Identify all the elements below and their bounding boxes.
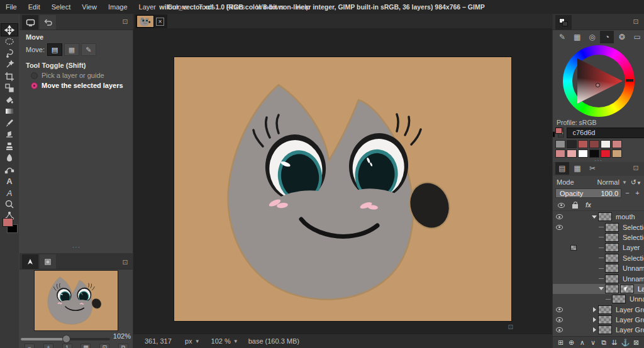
layer-thumbnail[interactable] xyxy=(598,325,612,334)
zoom-fit-window-button[interactable]: ⊡ xyxy=(99,344,109,348)
tab-paths[interactable]: ✂ xyxy=(586,162,599,175)
expander-icon[interactable] xyxy=(599,287,604,290)
navigation-menu-icon[interactable]: ⊡ xyxy=(121,258,130,266)
move-layer-button[interactable]: ▤ xyxy=(47,43,62,56)
expander-icon[interactable] xyxy=(593,307,596,312)
tab-channels[interactable]: ▦ xyxy=(570,162,584,175)
tool-zoom[interactable] xyxy=(1,198,18,210)
expander-icon[interactable] xyxy=(593,327,596,332)
visibility-eye-icon[interactable] xyxy=(556,214,563,219)
tool-paths[interactable] xyxy=(1,163,18,175)
color-marker[interactable] xyxy=(596,83,600,87)
menu-image[interactable]: Image xyxy=(103,0,133,14)
tab-gimp[interactable]: ✎ xyxy=(555,31,569,43)
opacity-slider[interactable]: Opacity 100.0 xyxy=(555,188,621,198)
color-swatch[interactable] xyxy=(612,140,622,148)
layer-row-mouth[interactable]: mouth xyxy=(553,212,644,222)
tool-unified-transform[interactable] xyxy=(1,82,18,94)
visibility-eye-icon[interactable] xyxy=(556,307,563,312)
layer-row-selection-copy[interactable]: Selection copy xyxy=(553,232,644,242)
layer-row-unnamed-[interactable]: Unnamed # xyxy=(553,294,644,304)
tool-bucket-fill[interactable] xyxy=(1,94,18,106)
new-group-button[interactable]: ⊕ xyxy=(567,338,576,347)
menu-edit[interactable]: Edit xyxy=(23,0,46,14)
move-selection-button[interactable]: ▦ xyxy=(64,43,79,56)
tool-options-tab[interactable] xyxy=(22,15,38,30)
navigation-preview[interactable] xyxy=(35,271,118,330)
zoom-dropdown[interactable]: 102 %▼ xyxy=(208,336,242,346)
tool-shear[interactable]: A xyxy=(1,187,18,198)
layer-thumbnail[interactable] xyxy=(605,275,619,283)
layer-row-selection[interactable]: Selection xyxy=(553,253,644,263)
opacity-increase-button[interactable]: + xyxy=(633,189,641,197)
expander-icon[interactable] xyxy=(593,317,596,322)
tool-options-menu-icon[interactable]: ⊡ xyxy=(121,18,130,26)
layer-row-selection-copy[interactable]: Selection copy xyxy=(553,222,644,232)
effects-icon[interactable]: fx xyxy=(586,202,591,209)
opacity-decrease-button[interactable]: − xyxy=(623,189,631,197)
layer-row-layer-group-7[interactable]: Layer Group #7 xyxy=(553,325,644,335)
color-swatch[interactable] xyxy=(578,140,588,148)
new-layer-button[interactable]: ⊞ xyxy=(556,338,565,347)
layer-thumbnail[interactable] xyxy=(598,212,612,221)
color-swatch[interactable] xyxy=(567,140,577,148)
tab-wheel[interactable]: ◔ xyxy=(600,31,614,43)
canvas-navigation-icon[interactable]: ⊡ xyxy=(508,324,513,330)
colors-dock-menu-icon[interactable]: ⊡ xyxy=(631,18,640,26)
zoom-out-button[interactable]: − xyxy=(25,344,35,348)
zoom-in-button[interactable]: + xyxy=(43,344,53,348)
menu-filters[interactable]: Filters xyxy=(221,0,251,14)
canvas-viewport[interactable]: ⊡ xyxy=(133,28,552,334)
tab-layers[interactable]: ▤ xyxy=(555,162,569,175)
layer-thumbnail[interactable] xyxy=(598,315,612,324)
layer-thumbnail[interactable] xyxy=(605,264,619,273)
visibility-eye-icon[interactable] xyxy=(558,203,565,208)
display-filters-tab[interactable] xyxy=(40,254,56,269)
layer-thumbnail[interactable] xyxy=(598,305,612,314)
shrink-wrap-button[interactable]: ⧉ xyxy=(118,344,128,348)
tool-free-select[interactable] xyxy=(1,47,18,59)
image-tab-close-icon[interactable]: ✕ xyxy=(156,18,164,26)
tool-paintbrush[interactable] xyxy=(1,117,18,129)
foreground-color-swatch[interactable] xyxy=(3,218,13,227)
duplicate-layer-button[interactable]: ⧉ xyxy=(599,338,609,347)
mode-dropdown[interactable]: Normal ▼ xyxy=(597,178,626,186)
menu-tools[interactable]: Tools xyxy=(193,0,221,14)
canvas-image[interactable] xyxy=(174,57,511,321)
tool-fuzzy-select[interactable] xyxy=(1,59,18,71)
unit-dropdown[interactable]: px▼ xyxy=(181,336,204,346)
layer-thumbnail[interactable] xyxy=(612,295,626,303)
radio-move-selected[interactable]: Move the selected layers xyxy=(31,82,123,89)
raise-layer-button[interactable]: ∧ xyxy=(577,338,587,347)
tool-ellipse-select[interactable] xyxy=(1,36,18,48)
slider-thumb[interactable] xyxy=(62,335,70,343)
visibility-eye-icon[interactable] xyxy=(556,225,563,230)
zoom-1-1-button[interactable]: 1 xyxy=(62,344,72,348)
visibility-eye-icon[interactable] xyxy=(556,327,563,332)
hex-color-input[interactable] xyxy=(567,128,644,138)
menu-layer[interactable]: Layer xyxy=(133,0,162,14)
tool-crop[interactable] xyxy=(1,70,18,82)
color-swatch[interactable] xyxy=(589,140,599,148)
tool-clone[interactable] xyxy=(1,140,18,152)
color-swatch[interactable] xyxy=(601,140,611,148)
tab-scales[interactable]: ▭ xyxy=(630,31,644,43)
saturation-triangle[interactable] xyxy=(572,55,625,107)
layer-thumbnail[interactable] xyxy=(605,233,619,242)
color-swatch[interactable] xyxy=(555,140,565,148)
move-path-button[interactable]: ✎ xyxy=(81,43,96,56)
menu-view[interactable]: View xyxy=(76,0,103,14)
tab-palette[interactable]: ❂ xyxy=(615,31,629,43)
layer-thumbnail[interactable] xyxy=(620,285,634,293)
layer-thumbnail[interactable] xyxy=(605,285,619,293)
tab-watercolor[interactable]: ◎ xyxy=(586,31,599,43)
menu-help[interactable]: Help xyxy=(290,0,316,14)
lower-layer-button[interactable]: ∨ xyxy=(588,338,597,347)
menu-select[interactable]: Select xyxy=(46,0,77,14)
tool-text[interactable]: A xyxy=(1,175,18,187)
layer-row-unnamed-2[interactable]: Unnamed #2 xyxy=(553,263,644,273)
lock-icon[interactable] xyxy=(572,204,578,209)
delete-layer-button[interactable]: ⊠ xyxy=(631,338,641,347)
anchor-layer-button[interactable]: ⚓ xyxy=(621,338,630,347)
layer-row-unnamed-19[interactable]: Unnamed #19 xyxy=(553,273,644,283)
